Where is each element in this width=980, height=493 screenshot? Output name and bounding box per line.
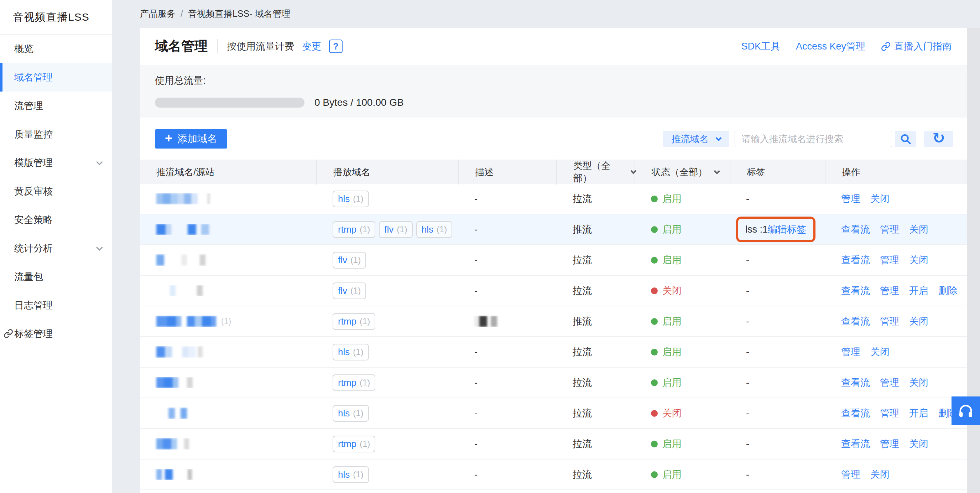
redacted-text [156, 469, 192, 480]
title-divider [217, 39, 218, 53]
cell-type: 拉流 [556, 346, 635, 358]
cell-type: 拉流 [556, 376, 635, 389]
cell-tag: - [730, 439, 825, 450]
action-link-管理[interactable]: 管理 [880, 284, 899, 297]
action-link-开启[interactable]: 开启 [909, 284, 928, 297]
cell-tag: - [730, 316, 825, 327]
action-link-关闭[interactable]: 关闭 [909, 223, 928, 236]
action-link-查看流[interactable]: 查看流 [841, 407, 870, 420]
cell-actions: 管理关闭 [825, 468, 967, 481]
action-link-关闭[interactable]: 关闭 [909, 437, 928, 450]
sidebar-item-统计分析[interactable]: 统计分析 [0, 234, 112, 263]
sidebar-item-模版管理[interactable]: 模版管理 [0, 148, 112, 177]
cell-actions: 管理关闭 [825, 192, 967, 205]
action-link-管理[interactable]: 管理 [841, 468, 860, 481]
protocol-badge-rtmp: rtmp(1) [332, 313, 375, 330]
action-link-管理[interactable]: 管理 [841, 346, 860, 358]
action-link-关闭[interactable]: 关闭 [870, 192, 889, 205]
status-dot-icon [651, 318, 658, 325]
header-link-SDK工具[interactable]: SDK工具 [741, 40, 780, 53]
header-link-直播入门指南[interactable]: 直播入门指南 [881, 40, 952, 53]
cell-status: 启用 [635, 192, 730, 205]
action-link-关闭[interactable]: 关闭 [909, 315, 928, 328]
action-link-查看流[interactable]: 查看流 [841, 284, 870, 297]
sidebar-item-label: 流量包 [14, 270, 43, 283]
cell-type: 拉流 [556, 254, 635, 266]
usage-section: 使用总流量: 0 Bytes / 100.00 GB [140, 65, 967, 118]
cell-status: 启用 [635, 315, 730, 328]
search-type-dropdown[interactable]: 推流域名 [663, 131, 729, 147]
column-header-状态（全部）[interactable]: 状态（全部） [635, 160, 730, 185]
table-header-row: 推流域名/源站播放域名描述类型（全部）状态（全部）标签操作 [140, 160, 967, 184]
chevron-down-icon [96, 158, 103, 165]
action-link-删除[interactable]: 删除 [938, 284, 958, 297]
breadcrumb-item-products[interactable]: 产品服务 [140, 8, 175, 19]
action-link-管理[interactable]: 管理 [880, 376, 899, 389]
cell-description: - [458, 285, 556, 296]
cell-type: 推流 [556, 315, 635, 328]
support-button[interactable] [951, 396, 980, 425]
action-link-关闭[interactable]: 关闭 [909, 376, 928, 389]
change-billing-link[interactable]: 变更 [302, 40, 321, 53]
cell-tag: - [730, 255, 825, 266]
cell-actions: 查看流管理关闭 [825, 437, 967, 450]
cell-status: 启用 [635, 346, 730, 358]
help-icon[interactable]: ? [329, 40, 342, 53]
cell-actions: 查看流管理关闭 [825, 223, 967, 236]
edit-tag-link[interactable]: 编辑标签 [768, 223, 806, 236]
action-link-开启[interactable]: 开启 [909, 407, 928, 420]
page-title: 域名管理 [155, 37, 208, 55]
add-domain-button[interactable]: + 添加域名 [155, 129, 227, 148]
link-icon [881, 41, 891, 51]
column-header-类型（全部）[interactable]: 类型（全部） [556, 160, 635, 185]
chevron-down-icon [716, 135, 722, 141]
page-header: 域名管理 按使用流量计费 变更 ? SDK工具Access Key管理直播入门指… [140, 28, 967, 65]
sidebar-item-标签管理[interactable]: 标签管理 [0, 319, 112, 348]
sidebar-item-流量包[interactable]: 流量包 [0, 263, 112, 291]
action-link-管理[interactable]: 管理 [880, 223, 899, 236]
refresh-button[interactable]: ↻ [924, 131, 953, 147]
column-header-推流域名/源站: 推流域名/源站 [140, 160, 316, 185]
search-input[interactable] [735, 131, 892, 147]
sidebar-item-黄反审核[interactable]: 黄反审核 [0, 177, 112, 206]
cell-status: 启用 [635, 254, 730, 266]
action-link-管理[interactable]: 管理 [880, 315, 899, 328]
action-link-关闭[interactable]: 关闭 [909, 254, 928, 266]
status-dot-icon [651, 440, 658, 447]
action-link-关闭[interactable]: 关闭 [870, 468, 889, 481]
header-link-Access Key管理[interactable]: Access Key管理 [796, 40, 865, 53]
main-panel: 域名管理 按使用流量计费 变更 ? SDK工具Access Key管理直播入门指… [140, 28, 967, 493]
console-screen: 音视频直播LSS 概览域名管理流管理质量监控模版管理黄反审核安全策略统计分析流量… [0, 0, 980, 493]
sidebar-item-质量监控[interactable]: 质量监控 [0, 120, 112, 148]
protocol-badge-rtmp: rtmp(1) [332, 221, 375, 238]
action-link-管理[interactable]: 管理 [841, 192, 860, 205]
sidebar-item-概览[interactable]: 概览 [0, 35, 112, 63]
action-link-查看流[interactable]: 查看流 [841, 223, 870, 236]
cell-description: - [458, 408, 556, 419]
action-link-查看流[interactable]: 查看流 [841, 437, 870, 450]
sidebar-item-流管理[interactable]: 流管理 [0, 91, 112, 120]
action-link-查看流[interactable]: 查看流 [841, 254, 870, 266]
cell-actions: 查看流管理关闭 [825, 254, 967, 266]
action-link-查看流[interactable]: 查看流 [841, 376, 870, 389]
action-link-管理[interactable]: 管理 [880, 407, 899, 420]
action-link-关闭[interactable]: 关闭 [870, 346, 889, 358]
cell-description: - [458, 255, 556, 266]
table-row: hls(1)-拉流启用-管理关闭 [140, 337, 967, 368]
usage-label: 使用总流量: [155, 74, 952, 87]
table-row: hls(1)-拉流启用-管理关闭 [140, 184, 967, 214]
status-dot-icon [651, 380, 658, 386]
cell-actions: 查看流管理关闭 [825, 315, 967, 328]
cell-play-domain: hls(1) [316, 405, 458, 422]
action-link-查看流[interactable]: 查看流 [841, 315, 870, 328]
sidebar-item-日志管理[interactable]: 日志管理 [0, 291, 112, 319]
sidebar-item-域名管理[interactable]: 域名管理 [0, 63, 112, 91]
protocol-badge-hls: hls(1) [332, 405, 369, 422]
status-dot-icon [651, 226, 658, 233]
action-link-管理[interactable]: 管理 [880, 437, 899, 450]
table-row: flv(1)-拉流启用-查看流管理关闭 [140, 245, 967, 276]
usage-value: 0 Bytes / 100.00 GB [315, 97, 404, 108]
search-button[interactable] [895, 131, 916, 147]
action-link-管理[interactable]: 管理 [880, 254, 899, 266]
sidebar-item-安全策略[interactable]: 安全策略 [0, 206, 112, 234]
